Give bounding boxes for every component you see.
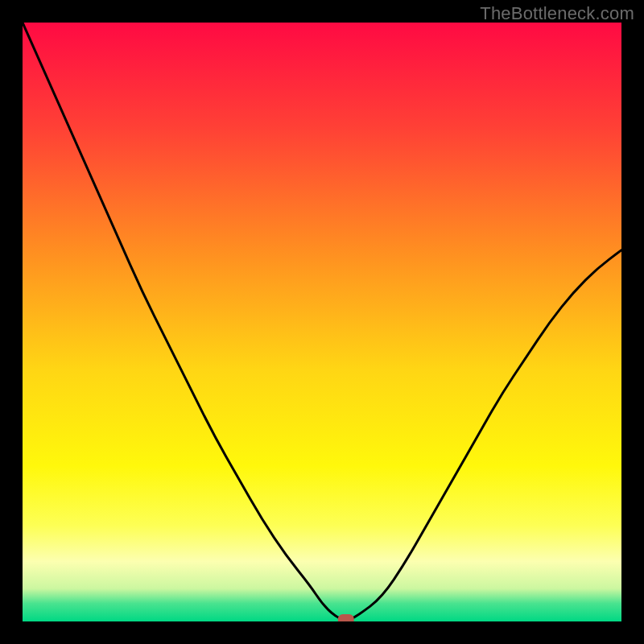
plot-area [23, 23, 621, 621]
optimum-marker [338, 614, 354, 621]
watermark-text: TheBottleneck.com [480, 3, 634, 24]
gradient-background [23, 23, 621, 621]
chart-svg [23, 23, 621, 621]
chart-frame: TheBottleneck.com [0, 0, 644, 644]
